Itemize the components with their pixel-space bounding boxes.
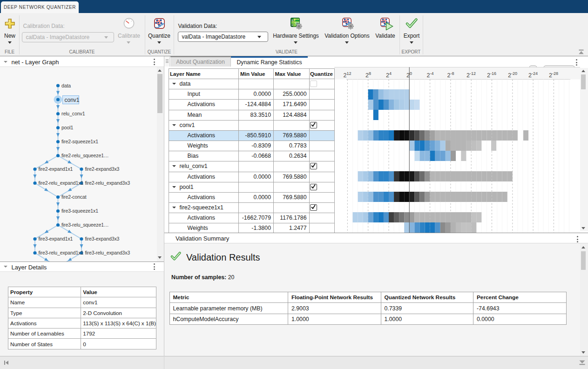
svg-text:conv1: conv1	[65, 97, 80, 103]
svg-text:fire3-relu_squeeze1…: fire3-relu_squeeze1…	[61, 222, 108, 228]
svg-text:data: data	[61, 83, 71, 88]
svg-text:fire3-relu_expand3x3: fire3-relu_expand3x3	[85, 250, 130, 255]
svg-text:fire2-expand1x1: fire2-expand1x1	[39, 166, 73, 172]
svg-text:fire3-relu_expand1x1: fire3-relu_expand1x1	[39, 250, 84, 255]
svg-text:fire2-relu_expand3x3: fire2-relu_expand3x3	[85, 180, 130, 186]
svg-text:fire2-concat: fire2-concat	[61, 194, 87, 200]
svg-text:fire3-squeeze1x1: fire3-squeeze1x1	[61, 208, 98, 214]
svg-text:fire2-squeeze1x1: fire2-squeeze1x1	[61, 139, 98, 144]
svg-text:fire2-relu_squeeze1…: fire2-relu_squeeze1…	[61, 153, 108, 158]
svg-text:pool1: pool1	[61, 125, 73, 130]
svg-text:relu_conv1: relu_conv1	[61, 111, 85, 116]
svg-text:fire2-expand3x3: fire2-expand3x3	[85, 166, 120, 172]
svg-text:fire2-relu_expand1x1: fire2-relu_expand1x1	[39, 180, 84, 186]
svg-text:fire3-expand3x3: fire3-expand3x3	[85, 236, 120, 242]
svg-text:fire3-expand1x1: fire3-expand1x1	[39, 236, 73, 242]
